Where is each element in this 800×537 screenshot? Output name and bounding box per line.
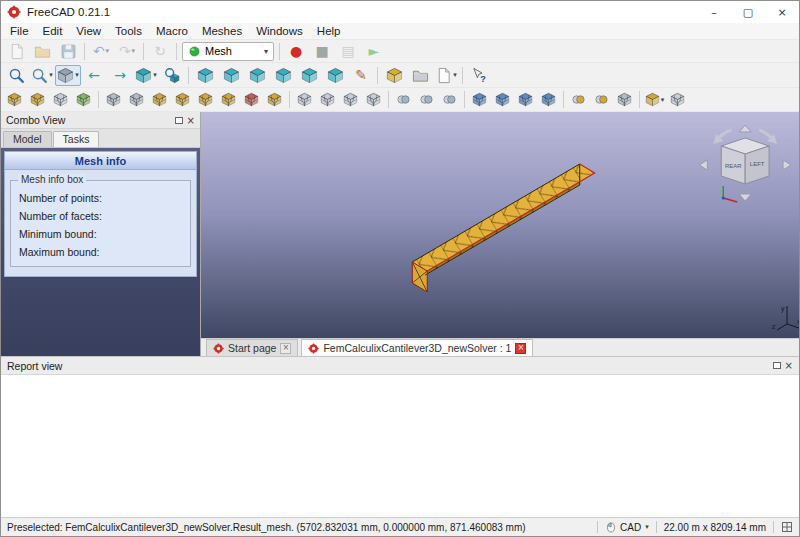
draw-style-button[interactable]: ▾ bbox=[55, 65, 81, 86]
trim-by-plane-icon bbox=[518, 92, 533, 107]
appearance-icon bbox=[412, 67, 429, 84]
decimate-mesh-button[interactable] bbox=[339, 90, 362, 110]
refine-mesh-icon bbox=[320, 92, 335, 107]
float-report-icon[interactable] bbox=[773, 362, 781, 369]
close-hole-button[interactable] bbox=[217, 90, 240, 110]
view-right-button[interactable] bbox=[244, 65, 270, 86]
mesh-from-shape-button[interactable] bbox=[72, 90, 95, 110]
open-document-button[interactable] bbox=[29, 41, 55, 62]
smooth-mesh-button[interactable] bbox=[293, 90, 316, 110]
maximize-button[interactable]: ▢ bbox=[731, 1, 765, 23]
whats-this-button[interactable] bbox=[466, 65, 492, 86]
analyze-mesh-button[interactable] bbox=[102, 90, 125, 110]
trim-by-plane-button[interactable] bbox=[514, 90, 537, 110]
measure-distance-button[interactable]: ✎ bbox=[348, 65, 374, 86]
close-tab-button[interactable]: × bbox=[280, 343, 291, 354]
menu-meshes[interactable]: Meshes bbox=[195, 25, 249, 37]
fill-holes-button[interactable] bbox=[194, 90, 217, 110]
menu-tools[interactable]: Tools bbox=[108, 25, 149, 37]
axis-x-label: x bbox=[797, 318, 799, 325]
export-mesh-button[interactable] bbox=[26, 90, 49, 110]
export-image-button[interactable]: ▾ bbox=[433, 65, 459, 86]
zoom-to-selection-button[interactable] bbox=[159, 65, 185, 86]
view-top-button[interactable] bbox=[218, 65, 244, 86]
macro-dialog-button[interactable]: ▤ bbox=[335, 41, 361, 62]
layout-grid-icon[interactable] bbox=[781, 521, 793, 533]
view-left-button[interactable] bbox=[322, 65, 348, 86]
nav-forward-button[interactable]: → bbox=[107, 65, 133, 86]
boolean-intersection-button[interactable] bbox=[415, 90, 438, 110]
bounding-box-button[interactable] bbox=[381, 65, 407, 86]
redo-button[interactable]: ↷▾ bbox=[114, 41, 140, 62]
freecad-doc-icon bbox=[308, 343, 319, 354]
menu-edit[interactable]: Edit bbox=[36, 25, 70, 37]
refresh-button[interactable]: ↻ bbox=[147, 41, 173, 62]
create-mesh-button[interactable] bbox=[49, 90, 72, 110]
report-view-content[interactable] bbox=[1, 375, 799, 517]
groupbox-legend: Mesh info box bbox=[18, 174, 86, 185]
workbench-selector[interactable]: Mesh ▾ bbox=[182, 42, 274, 61]
refine-mesh-button[interactable] bbox=[316, 90, 339, 110]
save-document-button[interactable] bbox=[55, 41, 81, 62]
remove-components-button[interactable] bbox=[263, 90, 286, 110]
combo-view-tabs: Model Tasks bbox=[1, 129, 200, 148]
tab-model[interactable]: Model bbox=[3, 131, 52, 147]
view-rear-button[interactable] bbox=[270, 65, 296, 86]
add-triangle-button[interactable] bbox=[240, 90, 263, 110]
cut-mesh-button[interactable] bbox=[468, 90, 491, 110]
menu-file[interactable]: File bbox=[3, 25, 36, 37]
view-right-icon bbox=[249, 67, 266, 84]
menu-help[interactable]: Help bbox=[310, 25, 348, 37]
boolean-difference-icon bbox=[442, 92, 457, 107]
segmentation-button[interactable] bbox=[613, 90, 636, 110]
boolean-difference-button[interactable] bbox=[438, 90, 461, 110]
scale-mesh-button[interactable] bbox=[362, 90, 385, 110]
view-bottom-button[interactable] bbox=[296, 65, 322, 86]
trim-mesh-button[interactable] bbox=[491, 90, 514, 110]
tab-start-page[interactable]: Start page × bbox=[206, 339, 298, 356]
regular-solid-button[interactable]: ▾ bbox=[643, 90, 666, 110]
macro-execute-button[interactable]: ► bbox=[361, 41, 387, 62]
menu-view[interactable]: View bbox=[69, 25, 108, 37]
mesh-from-shape-icon bbox=[76, 92, 91, 107]
view-front-button[interactable] bbox=[192, 65, 218, 86]
flip-normals-button[interactable] bbox=[171, 90, 194, 110]
task-section-header[interactable]: Mesh info bbox=[5, 152, 196, 170]
split-mesh-button[interactable] bbox=[590, 90, 613, 110]
macro-record-button[interactable]: ● bbox=[283, 41, 309, 62]
merge-meshes-button[interactable] bbox=[567, 90, 590, 110]
unwrap-mesh-button[interactable] bbox=[666, 90, 689, 110]
menu-macro[interactable]: Macro bbox=[149, 25, 195, 37]
new-document-button[interactable] bbox=[3, 41, 29, 62]
workbench-selected-label: Mesh bbox=[205, 45, 232, 57]
axis-y-label: y bbox=[781, 305, 785, 313]
3d-viewport[interactable]: REAR LEFT y x z bbox=[201, 112, 799, 338]
fit-selection-button[interactable]: ▾ bbox=[29, 65, 55, 86]
float-panel-icon[interactable] bbox=[175, 117, 183, 124]
close-panel-icon[interactable]: × bbox=[187, 115, 195, 126]
toolbar-separator bbox=[289, 91, 290, 108]
fit-all-button[interactable] bbox=[3, 65, 29, 86]
analyze-mesh-icon bbox=[106, 92, 121, 107]
window-title: FreeCAD 0.21.1 bbox=[27, 6, 110, 18]
boolean-union-button[interactable] bbox=[392, 90, 415, 110]
menu-windows[interactable]: Windows bbox=[249, 25, 310, 37]
tab-fem-document[interactable]: FemCalculixCantilever3D_newSolver : 1 × bbox=[301, 339, 533, 356]
dropdown-caret-icon: ▾ bbox=[106, 47, 110, 55]
import-mesh-button[interactable] bbox=[3, 90, 26, 110]
close-report-icon[interactable]: × bbox=[785, 360, 793, 371]
tab-tasks[interactable]: Tasks bbox=[53, 131, 100, 147]
boolean-union-icon bbox=[396, 92, 411, 107]
view-isometric-button[interactable]: ▾ bbox=[133, 65, 159, 86]
macro-stop-button[interactable]: ■ bbox=[309, 41, 335, 62]
close-button[interactable]: × bbox=[765, 1, 799, 23]
undo-button[interactable]: ↶▾ bbox=[88, 41, 114, 62]
close-tab-button[interactable]: × bbox=[515, 343, 526, 354]
section-mesh-button[interactable] bbox=[537, 90, 560, 110]
nav-back-button[interactable]: ← bbox=[81, 65, 107, 86]
appearance-button[interactable] bbox=[407, 65, 433, 86]
navigation-style-selector[interactable]: CAD ▾ bbox=[605, 521, 649, 533]
curvature-plot-button[interactable] bbox=[125, 90, 148, 110]
harmonize-normals-button[interactable] bbox=[148, 90, 171, 110]
minimize-button[interactable]: – bbox=[697, 1, 731, 23]
